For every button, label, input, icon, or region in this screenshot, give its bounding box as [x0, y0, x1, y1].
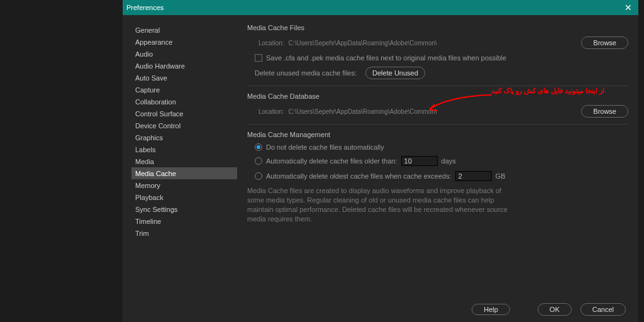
- save-next-to-original-label: Save .cfa and .pek media cache files nex…: [266, 54, 506, 62]
- cache-mgmt-label-older-than: Automatically delete cache files older t…: [266, 157, 397, 165]
- preferences-sidebar: General Appearance Audio Audio Hardware …: [131, 24, 237, 297]
- location-label: Location: C:\Users\Sepehr\AppData\Roamin…: [258, 40, 437, 47]
- save-next-to-original-checkbox[interactable]: [255, 54, 262, 62]
- cache-mgmt-days-input[interactable]: [401, 156, 438, 166]
- ok-button[interactable]: OK: [538, 303, 572, 316]
- browse-media-cache-files-button[interactable]: Browse: [581, 36, 628, 49]
- cache-mgmt-option-1: Do not delete cache files automatically: [255, 143, 628, 151]
- section-media-cache-database-title: Media Cache Database: [247, 92, 628, 100]
- sidebar-item-sync-settings[interactable]: Sync Settings: [131, 203, 237, 215]
- sidebar-item-control-surface[interactable]: Control Surface: [131, 108, 237, 119]
- browse-media-cache-database-button[interactable]: Browse: [581, 105, 628, 118]
- sidebar-item-audio[interactable]: Audio: [131, 48, 237, 60]
- section-media-cache-files-title: Media Cache Files: [247, 24, 628, 31]
- cache-mgmt-description: Media Cache files are created to display…: [247, 186, 511, 224]
- unit-days: days: [441, 157, 456, 165]
- section-media-cache-management-title: Media Cache Management: [247, 131, 628, 138]
- divider: [247, 86, 628, 86]
- sidebar-item-media-cache[interactable]: Media Cache: [131, 167, 237, 179]
- location-label: Location: C:\Users\Sepehr\AppData\Roamin…: [258, 108, 437, 115]
- sidebar-item-collaboration[interactable]: Collaboration: [131, 96, 237, 108]
- titlebar: Preferences ✕: [123, 0, 638, 15]
- cache-mgmt-option-3: Automatically delete oldest cache files …: [255, 171, 628, 181]
- help-button[interactable]: Help: [472, 304, 510, 315]
- sidebar-item-graphics[interactable]: Graphics: [131, 131, 237, 143]
- sidebar-item-playback[interactable]: Playback: [131, 191, 237, 203]
- sidebar-item-audio-hardware[interactable]: Audio Hardware: [131, 60, 237, 72]
- cache-mgmt-radio-do-not-delete[interactable]: [255, 143, 262, 151]
- delete-unused-label: Delete unused media cache files:: [255, 69, 357, 77]
- dialog-footer: Help OK Cancel: [123, 297, 638, 322]
- cache-mgmt-gb-input[interactable]: [455, 171, 492, 181]
- media-cache-database-location-row: Location: C:\Users\Sepehr\AppData\Roamin…: [247, 105, 628, 118]
- sidebar-item-timeline[interactable]: Timeline: [131, 215, 237, 227]
- sidebar-item-auto-save[interactable]: Auto Save: [131, 72, 237, 84]
- media-cache-files-location-row: Location: C:\Users\Sepehr\AppData\Roamin…: [247, 36, 628, 49]
- save-next-to-original-row: Save .cfa and .pek media cache files nex…: [255, 54, 628, 62]
- unit-gb: GB: [496, 172, 506, 180]
- dialog-body: General Appearance Audio Audio Hardware …: [123, 15, 638, 297]
- sidebar-item-labels[interactable]: Labels: [131, 143, 237, 155]
- dialog-title: Preferences: [126, 4, 622, 11]
- media-cache-files-path: C:\Users\Sepehr\AppData\Roaming\Adobe\Co…: [288, 40, 436, 47]
- cancel-button[interactable]: Cancel: [580, 303, 626, 316]
- preferences-content: Media Cache Files Location: C:\Users\Sep…: [247, 24, 628, 297]
- cache-mgmt-label-do-not-delete: Do not delete cache files automatically: [266, 143, 384, 151]
- sidebar-item-device-control[interactable]: Device Control: [131, 119, 237, 131]
- sidebar-item-capture[interactable]: Capture: [131, 84, 237, 96]
- preferences-dialog: Preferences ✕ General Appearance Audio A…: [123, 0, 638, 322]
- divider: [247, 124, 628, 125]
- delete-unused-row: Delete unused media cache files: Delete …: [255, 67, 628, 79]
- sidebar-item-appearance[interactable]: Appearance: [131, 36, 237, 48]
- media-cache-database-path: C:\Users\Sepehr\AppData\Roaming\Adobe\Co…: [288, 108, 436, 115]
- cache-mgmt-option-2: Automatically delete cache files older t…: [255, 156, 628, 166]
- cache-mgmt-label-exceeds: Automatically delete oldest cache files …: [266, 172, 452, 180]
- sidebar-item-media[interactable]: Media: [131, 155, 237, 167]
- sidebar-item-general[interactable]: General: [131, 24, 237, 36]
- close-icon[interactable]: ✕: [622, 2, 635, 13]
- sidebar-item-trim[interactable]: Trim: [131, 227, 237, 239]
- sidebar-item-memory[interactable]: Memory: [131, 179, 237, 191]
- cache-mgmt-radio-older-than[interactable]: [255, 157, 262, 165]
- delete-unused-button[interactable]: Delete Unused: [365, 67, 425, 79]
- cache-mgmt-radio-exceeds[interactable]: [255, 172, 262, 180]
